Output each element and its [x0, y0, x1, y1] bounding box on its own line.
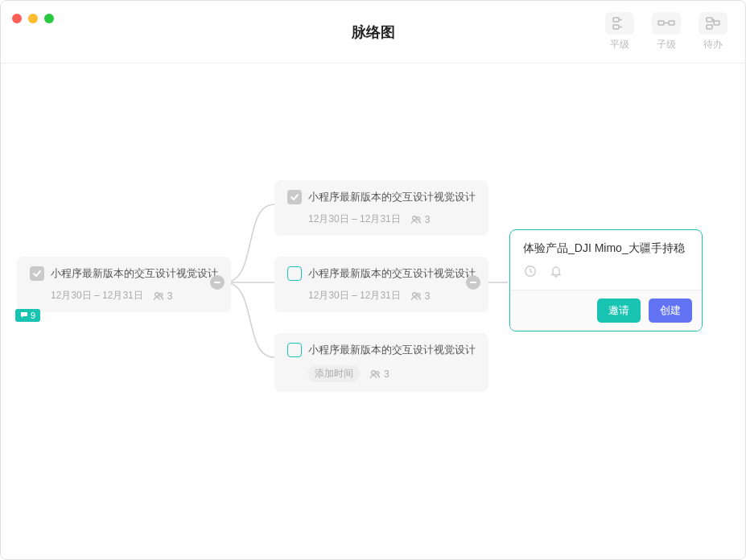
node-people: 3	[153, 290, 173, 302]
minimize-icon[interactable]	[28, 14, 38, 23]
svg-point-10	[417, 216, 420, 220]
tool-peer-label: 平级	[610, 38, 629, 51]
node-title: 小程序最新版本的交互设计视觉设计	[51, 266, 218, 281]
node-child[interactable]: 小程序最新版本的交互设计视觉设计 12月30日 – 12月31日 3	[274, 180, 488, 236]
svg-point-9	[412, 216, 416, 220]
people-icon	[410, 214, 422, 225]
tool-child[interactable]: 子级	[647, 12, 686, 51]
collapse-handle[interactable]	[210, 275, 225, 290]
toolbar: 平级 子级 待办	[600, 12, 732, 51]
node-title: 小程序最新版本的交互设计视觉设计	[308, 343, 476, 357]
checkbox-done-icon[interactable]	[287, 190, 302, 204]
tool-child-label: 子级	[657, 38, 676, 51]
checkbox-icon[interactable]	[287, 266, 302, 281]
peer-icon	[605, 12, 634, 35]
svg-rect-4	[707, 18, 712, 22]
add-time-button[interactable]: 添加时间	[308, 365, 360, 382]
window-controls	[12, 14, 54, 23]
comment-icon	[20, 311, 28, 319]
people-icon	[153, 290, 164, 302]
people-icon	[410, 290, 422, 302]
svg-rect-0	[613, 18, 619, 22]
svg-point-14	[376, 371, 379, 374]
checkbox-done-icon[interactable]	[30, 266, 44, 281]
panel-title: 体验产品_DJI Mimo_大疆手持稳	[510, 230, 702, 264]
checkbox-icon[interactable]	[287, 343, 302, 357]
todo-icon	[699, 12, 727, 35]
node-date: 12月30日 – 12月31日	[308, 289, 401, 303]
people-icon	[369, 369, 381, 380]
invite-button[interactable]: 邀请	[597, 299, 641, 323]
svg-rect-6	[707, 25, 712, 29]
page-title: 脉络图	[352, 23, 395, 42]
maximize-icon[interactable]	[44, 14, 54, 23]
svg-rect-3	[669, 21, 674, 25]
mindmap-canvas[interactable]: 小程序最新版本的交互设计视觉设计 12月30日 – 12月31日 3 9 小程序…	[1, 64, 745, 559]
svg-point-8	[159, 293, 163, 296]
node-people: 3	[410, 214, 431, 225]
tool-peer[interactable]: 平级	[600, 12, 639, 51]
node-child[interactable]: 小程序最新版本的交互设计视觉设计 12月30日 – 12月31日 3	[274, 257, 488, 312]
clock-icon[interactable]	[523, 264, 538, 278]
node-date: 12月30日 – 12月31日	[308, 212, 401, 226]
node-date: 12月30日 – 12月31日	[51, 289, 143, 303]
node-people: 3	[410, 290, 431, 302]
close-icon[interactable]	[12, 14, 22, 23]
new-node-panel[interactable]: 体验产品_DJI Mimo_大疆手持稳 邀请 创建	[509, 229, 703, 331]
collapse-handle[interactable]	[466, 275, 480, 290]
svg-point-11	[412, 292, 416, 296]
bell-icon[interactable]	[549, 264, 563, 278]
create-button[interactable]: 创建	[649, 299, 692, 323]
child-icon	[652, 12, 681, 35]
svg-point-7	[155, 292, 159, 296]
node-title: 小程序最新版本的交互设计视觉设计	[308, 266, 476, 281]
node-child[interactable]: 小程序最新版本的交互设计视觉设计 添加时间 3	[274, 333, 488, 392]
svg-rect-1	[613, 25, 619, 29]
svg-point-12	[417, 293, 420, 296]
svg-point-13	[372, 370, 376, 374]
titlebar: 脉络图 平级 子级 待办	[1, 1, 745, 64]
svg-rect-2	[658, 21, 664, 25]
panel-footer: 邀请 创建	[510, 290, 702, 331]
node-people: 3	[369, 369, 389, 380]
comment-badge[interactable]: 9	[15, 309, 40, 322]
node-root[interactable]: 小程序最新版本的交互设计视觉设计 12月30日 – 12月31日 3 9	[17, 257, 231, 312]
tool-todo[interactable]: 待办	[694, 12, 732, 51]
node-title: 小程序最新版本的交互设计视觉设计	[308, 190, 476, 204]
tool-todo-label: 待办	[703, 38, 723, 51]
svg-rect-5	[714, 21, 719, 25]
